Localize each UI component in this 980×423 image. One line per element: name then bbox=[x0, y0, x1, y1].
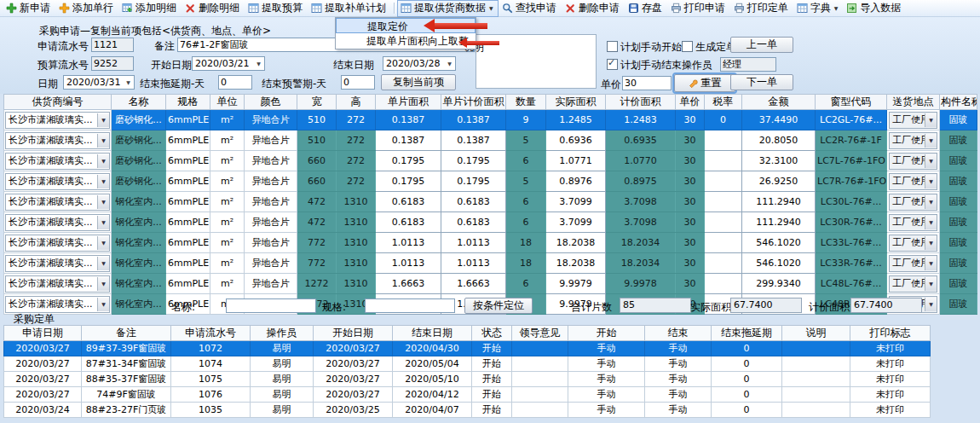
cell[interactable] bbox=[705, 212, 742, 233]
print-order-button[interactable]: 打印定单 bbox=[730, 0, 793, 17]
cell[interactable]: 6mmPLE... bbox=[166, 171, 210, 192]
cell[interactable]: 272 bbox=[337, 110, 376, 130]
cell[interactable] bbox=[705, 233, 742, 253]
cell[interactable]: 0.6183 bbox=[376, 212, 441, 233]
cell[interactable] bbox=[782, 403, 850, 418]
cell[interactable]: m² bbox=[210, 212, 245, 233]
cell[interactable]: 1.6663 bbox=[376, 274, 441, 294]
cell[interactable]: LC2GL-76#... bbox=[816, 110, 887, 130]
chevron-down-icon[interactable]: ▼ bbox=[97, 236, 109, 250]
cell[interactable]: 1.0113 bbox=[376, 233, 441, 253]
cell[interactable]: 88#35-37F窗固玻 bbox=[82, 372, 171, 387]
supplier-combo[interactable]: 长沙市潇湘玻璃实...▼ bbox=[4, 274, 112, 294]
table-row[interactable]: 长沙市潇湘玻璃实...▼磨砂钢化...6mmPLE...m²异地合片510272… bbox=[4, 130, 977, 151]
cell[interactable]: 2020/04/12 bbox=[393, 387, 472, 403]
table-row[interactable]: 长沙市潇湘玻璃实...▼磨砂钢化...6mmPLE...m²异地合片660272… bbox=[4, 171, 977, 192]
cell[interactable]: 30 bbox=[676, 110, 705, 130]
cell[interactable]: 钢化室内... bbox=[112, 233, 166, 253]
delivery-location-combo[interactable]: 工厂使用▼ bbox=[887, 253, 940, 274]
cell[interactable]: 0.8975 bbox=[606, 171, 676, 192]
delivery-location-combo[interactable]: 工厂使用▼ bbox=[887, 171, 940, 192]
chevron-down-icon[interactable]: ▼ bbox=[97, 134, 109, 148]
cell[interactable]: 772 bbox=[297, 253, 337, 274]
cell[interactable]: 0.6183 bbox=[441, 192, 506, 212]
cell[interactable]: 2020/03/27 bbox=[314, 372, 393, 387]
table-row[interactable]: 2020/03/2774#9F窗固玻1076易明2020/03/272020/0… bbox=[4, 387, 931, 403]
supplier-combo[interactable]: 长沙市潇湘玻璃实...▼ bbox=[4, 192, 112, 212]
cell[interactable]: 1075 bbox=[171, 372, 251, 387]
cell[interactable] bbox=[782, 372, 850, 387]
cell[interactable]: 3.7098 bbox=[606, 212, 676, 233]
cell[interactable]: 易明 bbox=[251, 356, 314, 372]
cell[interactable]: 18.2034 bbox=[606, 233, 676, 253]
delivery-location-combo[interactable]: 工厂使用▼ bbox=[887, 130, 940, 151]
budget-no-field[interactable] bbox=[91, 56, 134, 71]
cell[interactable]: 20.8050 bbox=[742, 130, 816, 151]
next-order-button[interactable]: 下一单 bbox=[730, 74, 793, 90]
cell[interactable]: 18.2034 bbox=[606, 253, 676, 274]
cell[interactable]: 5 bbox=[506, 130, 546, 151]
cell[interactable]: 1310 bbox=[337, 274, 376, 294]
save-button[interactable]: 存盘 bbox=[625, 0, 667, 17]
manual-end-checkbox[interactable] bbox=[607, 59, 618, 70]
cell[interactable]: LC2R-76#-1F bbox=[816, 130, 887, 151]
cell[interactable]: 30 bbox=[676, 274, 705, 294]
cell[interactable]: 2020/03/27 bbox=[4, 387, 82, 403]
chevron-down-icon[interactable]: ▼ bbox=[97, 195, 109, 209]
cell[interactable]: 660 bbox=[297, 171, 337, 192]
delete-detail-button[interactable]: 删除明细 bbox=[182, 0, 245, 17]
cell[interactable] bbox=[512, 372, 568, 387]
table-row[interactable]: 长沙市潇湘玻璃实...▼钢化室内...6mmPLE...m²异地合片472131… bbox=[4, 192, 977, 212]
cell[interactable]: 手动 bbox=[568, 403, 645, 418]
cell[interactable]: 固玻 bbox=[940, 110, 977, 130]
table-row[interactable]: 2020/03/2789#37-39F窗固玻1072易明2020/03/2720… bbox=[4, 341, 931, 356]
cell[interactable] bbox=[705, 192, 742, 212]
cell[interactable]: 开始 bbox=[472, 356, 512, 372]
cell[interactable]: 9 bbox=[506, 110, 546, 130]
cell[interactable]: 1310 bbox=[337, 192, 376, 212]
cell[interactable]: 2020/03/24 bbox=[4, 403, 82, 418]
cell[interactable]: 6mmPLE... bbox=[166, 192, 210, 212]
delete-request-button[interactable]: 删除申请 bbox=[562, 0, 625, 17]
cell[interactable]: 异地合片 bbox=[245, 253, 297, 274]
cell[interactable]: 0.6183 bbox=[376, 192, 441, 212]
cell[interactable] bbox=[512, 341, 568, 356]
cell[interactable]: 0.6936 bbox=[546, 130, 606, 151]
cell[interactable]: m² bbox=[210, 130, 245, 151]
cell[interactable]: 0.1387 bbox=[441, 110, 506, 130]
cell[interactable]: 30 bbox=[676, 212, 705, 233]
chevron-down-icon[interactable]: ▼ bbox=[123, 79, 134, 85]
cell[interactable]: 0 bbox=[712, 403, 782, 418]
cell[interactable]: 18.2038 bbox=[546, 233, 606, 253]
cell[interactable]: 9.9978 bbox=[606, 274, 676, 294]
cell[interactable]: 111.2940 bbox=[742, 192, 816, 212]
cell[interactable] bbox=[512, 387, 568, 403]
cell[interactable]: 磨砂钢化... bbox=[112, 130, 166, 151]
cell[interactable]: 固玻 bbox=[940, 151, 977, 171]
cell[interactable]: 0.1387 bbox=[376, 110, 441, 130]
cell[interactable]: 2020/03/27 bbox=[4, 356, 82, 372]
manual-start-checkbox[interactable] bbox=[607, 41, 618, 52]
chevron-down-icon[interactable]: ▼ bbox=[97, 175, 109, 188]
cell[interactable]: 手动 bbox=[645, 387, 712, 403]
generate-order-checkbox[interactable] bbox=[682, 41, 693, 52]
cell[interactable]: 0 bbox=[712, 387, 782, 403]
cell[interactable]: 钢化室内... bbox=[112, 274, 166, 294]
cell[interactable]: 6mmPLE... bbox=[166, 233, 210, 253]
cell[interactable]: 异地合片 bbox=[245, 110, 297, 130]
cell[interactable]: 磨砂钢化... bbox=[112, 171, 166, 192]
supplier-combo[interactable]: 长沙市潇湘玻璃实...▼ bbox=[4, 151, 112, 171]
table-row[interactable]: 长沙市潇湘玻璃实...▼钢化室内...6mmPLE...m²异地合片772131… bbox=[4, 253, 977, 274]
cell[interactable]: 钢化室内... bbox=[112, 192, 166, 212]
cell[interactable]: 0 bbox=[712, 356, 782, 372]
cell[interactable]: 3.7099 bbox=[546, 212, 606, 233]
table-row[interactable]: 长沙市潇湘玻璃实...▼钢化室内...6mmPLE...m²异地合片472131… bbox=[4, 212, 977, 233]
cell[interactable]: LC7L-76#-1FO bbox=[816, 151, 887, 171]
cell[interactable]: 易明 bbox=[251, 372, 314, 387]
cell[interactable]: 6mmPLE... bbox=[166, 151, 210, 171]
table-row[interactable]: 长沙市潇湘玻璃实...▼钢化室内...6mmPLE...m²异地合片127213… bbox=[4, 274, 977, 294]
cell[interactable]: 88#23-27F门页玻 bbox=[82, 403, 171, 418]
cell[interactable]: LC33L-76#... bbox=[816, 233, 887, 253]
cell[interactable] bbox=[705, 151, 742, 171]
cell[interactable]: 6 bbox=[506, 192, 546, 212]
